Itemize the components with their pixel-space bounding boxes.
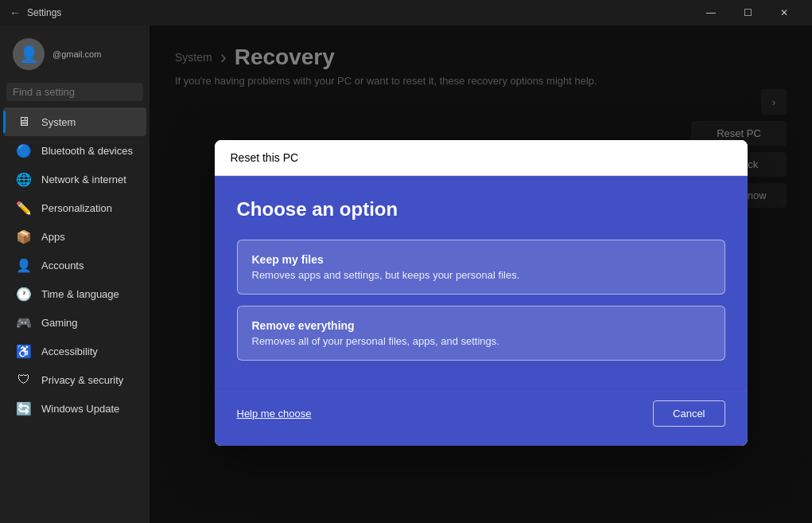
sidebar-item-privacy[interactable]: 🛡 Privacy & security <box>3 365 146 394</box>
sidebar-item-accessibility[interactable]: ♿ Accessibility <box>3 337 146 365</box>
nav-icon-gaming: 🎮 <box>16 314 32 330</box>
help-me-choose-link[interactable]: Help me choose <box>237 408 312 420</box>
sidebar-item-apps[interactable]: 📦 Apps <box>3 222 146 251</box>
option-keep-files-desc: Removes apps and settings, but keeps you… <box>252 269 710 281</box>
sidebar-item-windows-update[interactable]: 🔄 Windows Update <box>3 394 146 423</box>
close-button[interactable]: ✕ <box>766 0 802 25</box>
minimize-button[interactable]: — <box>693 0 729 25</box>
app-layout: 👤 @gmail.com 🔍 🖥 System 🔵 Bluetooth & de… <box>0 25 812 523</box>
sidebar-item-bluetooth[interactable]: 🔵 Bluetooth & devices <box>3 136 146 165</box>
title-bar: ← Settings — ☐ ✕ <box>0 0 812 25</box>
sidebar-item-personalization[interactable]: ✏️ Personalization <box>3 193 146 222</box>
sidebar-item-network[interactable]: 🌐 Network & internet <box>3 165 146 193</box>
dialog-header-title: Reset this PC <box>231 151 299 164</box>
nav-icon-network: 🌐 <box>16 171 32 187</box>
nav-icon-time: 🕐 <box>16 286 32 302</box>
reset-dialog: Reset this PC Choose an option Keep my f… <box>215 140 748 446</box>
sidebar: 👤 @gmail.com 🔍 🖥 System 🔵 Bluetooth & de… <box>0 25 150 523</box>
option-card-keep-files[interactable]: Keep my files Removes apps and settings,… <box>237 240 725 295</box>
option-card-remove-everything[interactable]: Remove everything Removes all of your pe… <box>237 306 725 361</box>
user-email: @gmail.com <box>52 49 101 59</box>
nav-label-privacy: Privacy & security <box>41 374 123 386</box>
nav-label-system: System <box>41 116 76 128</box>
dialog-body: Choose an option Keep my files Removes a… <box>215 176 748 391</box>
nav-icon-system: 🖥 <box>16 114 32 130</box>
maximize-button[interactable]: ☐ <box>729 0 766 25</box>
nav-label-gaming: Gaming <box>41 317 78 329</box>
sidebar-item-gaming[interactable]: 🎮 Gaming <box>3 308 146 337</box>
nav-label-network: Network & internet <box>41 174 126 185</box>
back-icon[interactable]: ← <box>10 6 21 19</box>
avatar: 👤 <box>13 38 45 70</box>
nav-label-accounts: Accounts <box>41 260 84 271</box>
dialog-footer: Help me choose Cancel <box>215 391 748 446</box>
window-controls: — ☐ ✕ <box>693 0 802 25</box>
content-area: System › Recovery If you're having probl… <box>150 25 812 523</box>
nav-label-time: Time & language <box>41 288 119 300</box>
nav-icon-privacy: 🛡 <box>16 372 32 388</box>
nav-icon-bluetooth: 🔵 <box>16 142 32 158</box>
nav-label-windows-update: Windows Update <box>41 403 119 415</box>
search-box[interactable]: 🔍 <box>6 83 143 101</box>
nav-label-accessibility: Accessibility <box>41 345 98 357</box>
window-title: Settings <box>27 7 61 18</box>
sidebar-item-accounts[interactable]: 👤 Accounts <box>3 251 146 279</box>
user-profile[interactable]: 👤 @gmail.com <box>0 32 150 83</box>
nav-icon-windows-update: 🔄 <box>16 400 32 416</box>
option-remove-everything-desc: Removes all of your personal files, apps… <box>252 335 710 347</box>
nav-label-personalization: Personalization <box>41 202 112 214</box>
dialog-title: Choose an option <box>237 198 725 221</box>
option-keep-files-title: Keep my files <box>252 253 710 266</box>
sidebar-item-system[interactable]: 🖥 System <box>3 107 146 136</box>
cancel-button[interactable]: Cancel <box>653 400 725 427</box>
dialog-header: Reset this PC <box>215 140 748 176</box>
nav-icon-personalization: ✏️ <box>16 200 32 216</box>
nav-icon-apps: 📦 <box>16 228 32 244</box>
nav-list: 🖥 System 🔵 Bluetooth & devices 🌐 Network… <box>0 107 150 423</box>
search-input[interactable] <box>13 86 146 98</box>
nav-icon-accessibility: ♿ <box>16 343 32 359</box>
title-bar-left: ← Settings <box>10 6 61 19</box>
sidebar-item-time[interactable]: 🕐 Time & language <box>3 279 146 308</box>
nav-label-bluetooth: Bluetooth & devices <box>41 145 133 157</box>
option-remove-everything-title: Remove everything <box>252 319 710 332</box>
nav-label-apps: Apps <box>41 231 65 243</box>
nav-icon-accounts: 👤 <box>16 257 32 273</box>
